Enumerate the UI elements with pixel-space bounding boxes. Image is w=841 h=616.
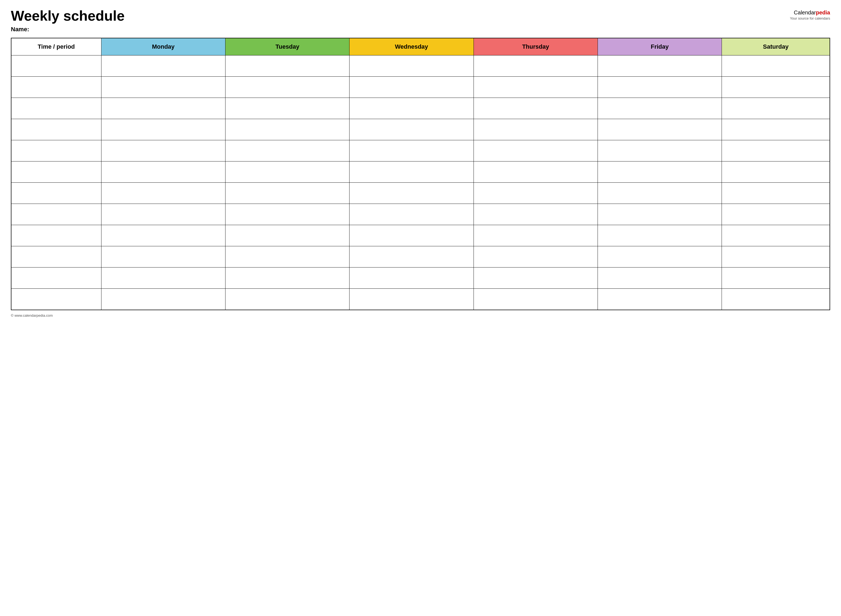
schedule-cell[interactable] xyxy=(598,119,722,140)
time-cell[interactable] xyxy=(11,225,101,246)
schedule-cell[interactable] xyxy=(225,140,349,161)
schedule-cell[interactable] xyxy=(350,183,473,204)
schedule-cell[interactable] xyxy=(473,267,598,289)
schedule-cell[interactable] xyxy=(598,140,722,161)
schedule-cell[interactable] xyxy=(473,119,598,140)
time-cell[interactable] xyxy=(11,140,101,161)
time-cell[interactable] xyxy=(11,119,101,140)
schedule-cell[interactable] xyxy=(225,289,349,310)
logo-tagline: Your source for calendars xyxy=(790,16,830,21)
schedule-cell[interactable] xyxy=(722,161,830,183)
schedule-cell[interactable] xyxy=(473,289,598,310)
schedule-cell[interactable] xyxy=(350,77,473,98)
schedule-cell[interactable] xyxy=(350,289,473,310)
schedule-cell[interactable] xyxy=(722,225,830,246)
schedule-cell[interactable] xyxy=(101,140,225,161)
schedule-cell[interactable] xyxy=(101,204,225,225)
schedule-cell[interactable] xyxy=(598,289,722,310)
schedule-cell[interactable] xyxy=(473,140,598,161)
table-row[interactable] xyxy=(11,140,830,161)
schedule-cell[interactable] xyxy=(722,267,830,289)
schedule-cell[interactable] xyxy=(598,183,722,204)
schedule-cell[interactable] xyxy=(225,56,349,77)
table-row[interactable] xyxy=(11,77,830,98)
schedule-cell[interactable] xyxy=(473,77,598,98)
schedule-cell[interactable] xyxy=(225,225,349,246)
schedule-cell[interactable] xyxy=(473,56,598,77)
schedule-cell[interactable] xyxy=(722,56,830,77)
schedule-cell[interactable] xyxy=(722,119,830,140)
schedule-cell[interactable] xyxy=(598,225,722,246)
time-cell[interactable] xyxy=(11,289,101,310)
schedule-cell[interactable] xyxy=(101,225,225,246)
table-row[interactable] xyxy=(11,119,830,140)
table-row[interactable] xyxy=(11,267,830,289)
schedule-cell[interactable] xyxy=(101,289,225,310)
schedule-cell[interactable] xyxy=(598,161,722,183)
schedule-cell[interactable] xyxy=(101,98,225,119)
time-cell[interactable] xyxy=(11,183,101,204)
schedule-cell[interactable] xyxy=(225,119,349,140)
table-row[interactable] xyxy=(11,225,830,246)
schedule-cell[interactable] xyxy=(473,161,598,183)
schedule-cell[interactable] xyxy=(722,289,830,310)
schedule-cell[interactable] xyxy=(101,267,225,289)
time-cell[interactable] xyxy=(11,77,101,98)
time-cell[interactable] xyxy=(11,204,101,225)
schedule-cell[interactable] xyxy=(722,140,830,161)
schedule-cell[interactable] xyxy=(350,56,473,77)
schedule-cell[interactable] xyxy=(350,204,473,225)
schedule-cell[interactable] xyxy=(225,267,349,289)
table-row[interactable] xyxy=(11,183,830,204)
schedule-cell[interactable] xyxy=(225,98,349,119)
table-row[interactable] xyxy=(11,204,830,225)
schedule-body xyxy=(11,56,830,310)
table-row[interactable] xyxy=(11,246,830,267)
schedule-cell[interactable] xyxy=(101,119,225,140)
schedule-cell[interactable] xyxy=(101,183,225,204)
schedule-cell[interactable] xyxy=(473,98,598,119)
schedule-cell[interactable] xyxy=(598,98,722,119)
schedule-cell[interactable] xyxy=(350,161,473,183)
schedule-cell[interactable] xyxy=(225,161,349,183)
schedule-cell[interactable] xyxy=(473,225,598,246)
schedule-cell[interactable] xyxy=(722,246,830,267)
schedule-cell[interactable] xyxy=(350,119,473,140)
schedule-cell[interactable] xyxy=(225,246,349,267)
schedule-cell[interactable] xyxy=(473,183,598,204)
time-cell[interactable] xyxy=(11,246,101,267)
schedule-cell[interactable] xyxy=(225,77,349,98)
schedule-cell[interactable] xyxy=(101,56,225,77)
table-row[interactable] xyxy=(11,98,830,119)
schedule-cell[interactable] xyxy=(473,204,598,225)
schedule-cell[interactable] xyxy=(350,225,473,246)
table-row[interactable] xyxy=(11,161,830,183)
schedule-cell[interactable] xyxy=(722,77,830,98)
schedule-cell[interactable] xyxy=(598,204,722,225)
schedule-cell[interactable] xyxy=(101,246,225,267)
time-cell[interactable] xyxy=(11,98,101,119)
schedule-cell[interactable] xyxy=(722,204,830,225)
schedule-cell[interactable] xyxy=(225,183,349,204)
time-cell[interactable] xyxy=(11,267,101,289)
footer-url: © www.calendarpedia.com xyxy=(11,314,53,318)
schedule-table: Time / period Monday Tuesday Wednesday T… xyxy=(11,38,830,310)
schedule-cell[interactable] xyxy=(598,246,722,267)
schedule-cell[interactable] xyxy=(350,140,473,161)
table-row[interactable] xyxy=(11,56,830,77)
schedule-cell[interactable] xyxy=(722,98,830,119)
schedule-cell[interactable] xyxy=(350,98,473,119)
schedule-cell[interactable] xyxy=(225,204,349,225)
schedule-cell[interactable] xyxy=(598,77,722,98)
time-cell[interactable] xyxy=(11,161,101,183)
table-row[interactable] xyxy=(11,289,830,310)
schedule-cell[interactable] xyxy=(598,267,722,289)
schedule-cell[interactable] xyxy=(350,246,473,267)
schedule-cell[interactable] xyxy=(598,56,722,77)
schedule-cell[interactable] xyxy=(722,183,830,204)
time-cell[interactable] xyxy=(11,56,101,77)
schedule-cell[interactable] xyxy=(350,267,473,289)
schedule-cell[interactable] xyxy=(101,77,225,98)
schedule-cell[interactable] xyxy=(473,246,598,267)
schedule-cell[interactable] xyxy=(101,161,225,183)
